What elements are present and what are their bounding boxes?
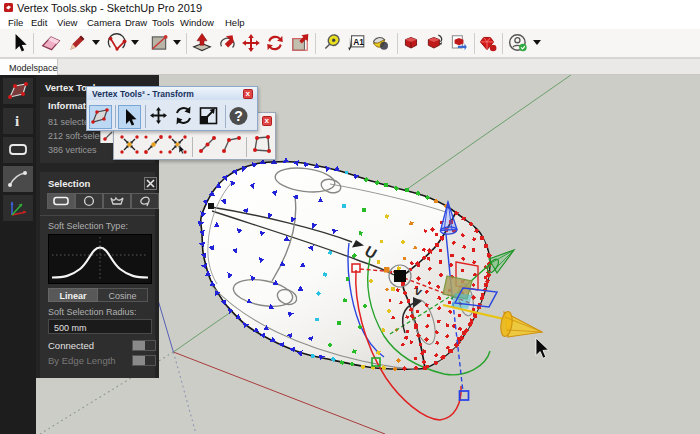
svg-text:?: ? <box>234 108 243 124</box>
svg-text:i: i <box>15 113 19 129</box>
svg-text:A1: A1 <box>353 37 364 47</box>
